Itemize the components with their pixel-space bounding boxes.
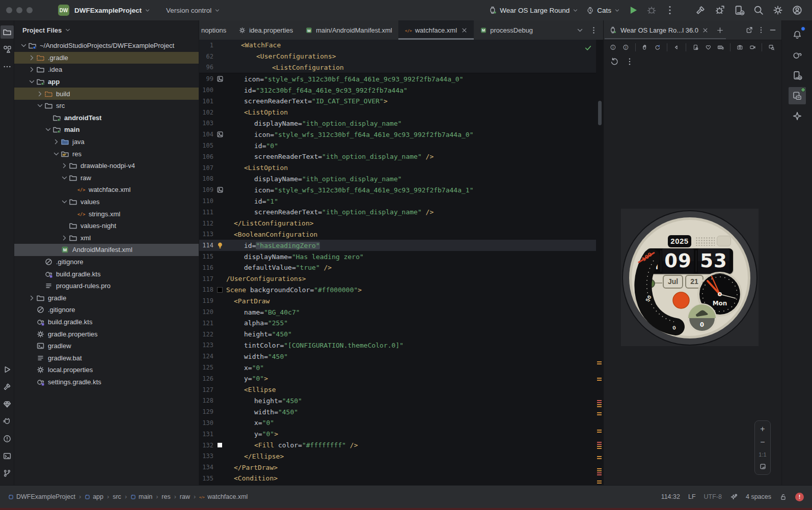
tree-item-proguard-rules.pro[interactable]: proguard-rules.pro bbox=[14, 280, 199, 292]
tree-item-local.properties[interactable]: local.properties bbox=[14, 364, 199, 376]
stripe-mark[interactable] bbox=[597, 456, 602, 460]
video-button[interactable] bbox=[749, 43, 756, 52]
minimize-window-button[interactable] bbox=[16, 7, 22, 13]
back-button[interactable] bbox=[673, 43, 680, 52]
tool-button-more[interactable] bbox=[1, 60, 14, 73]
breadcrumb-app[interactable]: app bbox=[85, 493, 103, 500]
code-line-124[interactable]: 124width="450" bbox=[199, 351, 596, 362]
tool-button-build[interactable] bbox=[1, 380, 14, 393]
code-line-135[interactable]: 135<Condition> bbox=[199, 473, 596, 484]
tool-button-notifications[interactable] bbox=[789, 26, 806, 43]
zoom-in-button[interactable]: + bbox=[760, 425, 765, 433]
tree-item-.gitignore[interactable]: .gitignore bbox=[14, 304, 199, 316]
device-settings-button[interactable] bbox=[692, 43, 699, 52]
code-line-115[interactable]: 115displayName="Has leading zero" bbox=[199, 251, 596, 262]
build-button[interactable] bbox=[695, 5, 706, 16]
tab-idea.properties[interactable]: idea.properties bbox=[232, 20, 299, 40]
tree-item-app[interactable]: app bbox=[14, 76, 199, 88]
tree-item-gradle.properties[interactable]: gradle.properties bbox=[14, 328, 199, 340]
stripe-mark[interactable] bbox=[597, 400, 602, 404]
stripe-mark[interactable] bbox=[597, 480, 602, 484]
maximize-window-button[interactable] bbox=[26, 7, 33, 13]
rotate-button[interactable] bbox=[654, 43, 661, 52]
line-ending[interactable]: LF bbox=[688, 493, 696, 500]
file-encoding[interactable]: UTF-8 bbox=[704, 493, 722, 500]
code-line-122[interactable]: 122height="450" bbox=[199, 329, 596, 340]
profile-button[interactable] bbox=[792, 5, 803, 16]
tree-item-settings.gradle.kts[interactable]: settings.gradle.kts bbox=[14, 376, 199, 388]
code-line-101[interactable]: 101screenReaderText="ID_CAT_STEP_OVER"> bbox=[199, 96, 596, 107]
screenshot-button[interactable] bbox=[768, 43, 775, 52]
tree-item-values[interactable]: values bbox=[14, 196, 199, 208]
code-line-121[interactable]: 121alpha="255" bbox=[199, 318, 596, 329]
tab-options-icon[interactable] bbox=[589, 26, 598, 35]
code-line-133[interactable]: 133</Ellipse> bbox=[199, 450, 596, 462]
more-vert-button[interactable] bbox=[625, 57, 634, 66]
stripe-mark[interactable] bbox=[597, 446, 602, 449]
window-controls[interactable] bbox=[6, 7, 33, 13]
tree-item-values-night[interactable]: values-night bbox=[14, 220, 199, 232]
code-line-126[interactable]: 126y="0"> bbox=[199, 373, 596, 384]
tree-item-res[interactable]: res bbox=[14, 148, 199, 160]
tool-button-problems[interactable] bbox=[1, 432, 14, 445]
code-line-123[interactable]: 123tintColor="[CONFIGURATION.themeColor.… bbox=[199, 340, 596, 351]
heart-button[interactable] bbox=[705, 43, 712, 52]
zoom-ratio-button[interactable]: 1:1 bbox=[759, 451, 766, 458]
stripe-mark[interactable] bbox=[597, 442, 602, 445]
code-line-112[interactable]: 112</ListConfiguration> bbox=[199, 218, 596, 229]
stripe-mark[interactable] bbox=[597, 412, 602, 416]
code-line-130[interactable]: 130x="0" bbox=[199, 417, 596, 429]
tool-button-logcat[interactable] bbox=[1, 415, 14, 428]
stripe-mark[interactable] bbox=[597, 472, 602, 476]
tool-button-gem[interactable] bbox=[1, 398, 14, 411]
code-editor[interactable]: 1<WatchFace62<UserConfigurations>96<List… bbox=[199, 40, 596, 485]
two-button[interactable]: 2 bbox=[622, 43, 629, 52]
breadcrumb-watchface.xml[interactable]: </>watchface.xml bbox=[199, 493, 248, 500]
code-line-1[interactable]: 1<WatchFace bbox=[199, 40, 596, 51]
device-selector[interactable]: Wear OS Large Round bbox=[488, 6, 579, 15]
editor-scrollbar[interactable] bbox=[598, 101, 602, 125]
code-line-118[interactable]: 118Scene backgroundColor="#ff000000"> bbox=[199, 285, 596, 296]
code-line-102[interactable]: 102<ListOption bbox=[199, 107, 596, 118]
inspections-ok-icon[interactable] bbox=[584, 44, 592, 51]
tree-item-java[interactable]: java bbox=[14, 136, 199, 148]
tab-list-chevron-icon[interactable] bbox=[576, 26, 584, 35]
camera-button[interactable] bbox=[737, 43, 743, 52]
code-line-114[interactable]: 114id="hasLeadingZero" bbox=[199, 240, 596, 251]
code-line-104[interactable]: 104icon="style_wfs_312c30bf_f64a_461e_9c… bbox=[199, 129, 596, 140]
stripe-mark[interactable] bbox=[597, 378, 602, 381]
code-line-107[interactable]: 107<ListOption bbox=[199, 162, 596, 174]
tree-item-build.gradle.kts[interactable]: build.gradle.kts bbox=[14, 268, 199, 280]
indent-setting[interactable]: 4 spaces bbox=[746, 493, 771, 500]
device-manager-button[interactable] bbox=[734, 5, 745, 16]
code-line-62[interactable]: 62<UserConfigurations> bbox=[199, 51, 596, 62]
tool-button-run[interactable] bbox=[1, 363, 14, 376]
stripe-mark[interactable] bbox=[597, 430, 602, 433]
breadcrumb-raw[interactable]: raw bbox=[180, 493, 190, 500]
add-device-tab-icon[interactable] bbox=[716, 26, 724, 34]
project-selector[interactable]: DWFExampleProject bbox=[74, 7, 151, 14]
ai-assistant-status-icon[interactable] bbox=[730, 493, 738, 501]
code-line-129[interactable]: 129width="450" bbox=[199, 406, 596, 417]
color-swatch-white[interactable] bbox=[218, 443, 222, 447]
code-line-103[interactable]: 103displayName="ith_option_display_name" bbox=[199, 118, 596, 129]
breadcrumb-main[interactable]: main bbox=[130, 493, 152, 500]
tree-item-.gitignore[interactable]: .gitignore bbox=[14, 256, 199, 268]
tool-button-gradle[interactable] bbox=[789, 46, 806, 64]
stripe-mark[interactable] bbox=[597, 468, 602, 472]
tool-button-git[interactable] bbox=[1, 467, 14, 480]
tree-item-AndroidStudioProjectsDWFExampleProject[interactable]: ~/AndroidStudioProjects/DWFExampleProjec… bbox=[14, 40, 199, 52]
tab-noptions[interactable]: noptions bbox=[199, 20, 232, 40]
project-view-selector[interactable]: Project Files bbox=[14, 20, 199, 40]
run-button[interactable] bbox=[628, 5, 639, 16]
tree-item-gradlew.bat[interactable]: gradlew.bat bbox=[14, 352, 199, 364]
tree-item-raw[interactable]: raw bbox=[14, 172, 199, 184]
breadcrumb-src[interactable]: src bbox=[113, 493, 121, 500]
run-configuration-selector[interactable]: Cats bbox=[586, 6, 620, 15]
zoom-fit-button[interactable] bbox=[759, 463, 767, 470]
error-stripe[interactable] bbox=[596, 40, 603, 485]
color-swatch-black[interactable] bbox=[217, 287, 223, 293]
code-line-117[interactable]: 117/UserConfigurations> bbox=[199, 273, 596, 285]
more-options-icon[interactable] bbox=[757, 26, 765, 34]
code-line-125[interactable]: 125x="0" bbox=[199, 362, 596, 373]
